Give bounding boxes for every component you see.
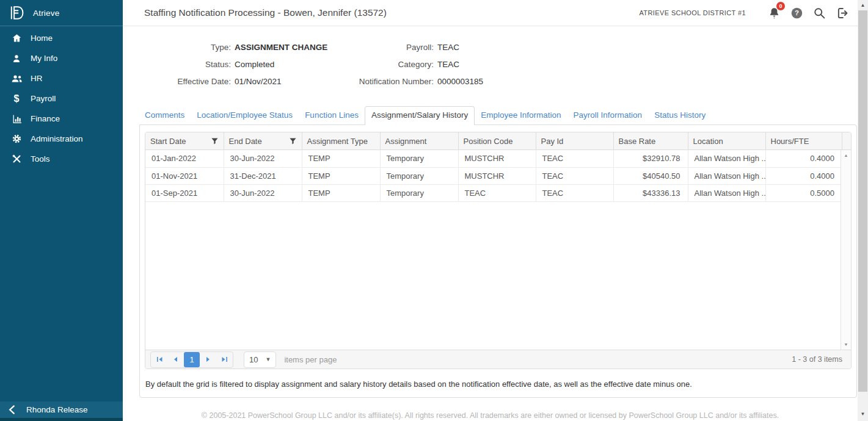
- svg-text:?: ?: [795, 9, 799, 16]
- detail-label: Notification Number:: [353, 77, 434, 86]
- sidebar-item-payroll[interactable]: $ Payroll: [0, 88, 123, 109]
- search-icon: [813, 7, 826, 20]
- items-per-page-label: items per page: [284, 355, 337, 364]
- table-row[interactable]: 01-Jan-202230-Jun-2022TEMPTemporaryMUSTC…: [145, 150, 842, 167]
- notifications-button[interactable]: 0: [768, 6, 781, 20]
- scroll-down-icon[interactable]: ▼: [841, 342, 851, 347]
- sidebar-item-administration[interactable]: Administration: [0, 129, 123, 149]
- column-header-hours-fte[interactable]: Hours/FTE: [765, 132, 842, 149]
- column-header-location[interactable]: Location: [688, 132, 765, 149]
- release-toggle[interactable]: Rhonda Release: [0, 401, 123, 418]
- previous-page-button[interactable]: [167, 352, 183, 367]
- chevron-down-icon: ▼: [265, 356, 271, 362]
- column-header-start-date[interactable]: Start Date: [145, 132, 224, 149]
- grid-pager: 1 10 ▼ items per page 1 - 3 of 3 items: [145, 350, 851, 369]
- powerschool-logo-icon: [9, 5, 33, 21]
- column-header-spacer: [842, 132, 852, 149]
- tab-location-employee-status[interactable]: Location/Employee Status: [191, 107, 299, 124]
- notification-badge: 0: [776, 2, 785, 10]
- district-name: ATRIEVE SCHOOL DISTRICT #1: [639, 9, 746, 16]
- sidebar-item-label: Home: [31, 34, 53, 43]
- detail-value-type: ASSIGNMENT CHANGE: [235, 43, 327, 52]
- notification-details: Type: ASSIGNMENT CHANGE Status: Complete…: [144, 43, 858, 94]
- help-button[interactable]: ?: [790, 7, 803, 20]
- column-header-position-code[interactable]: Position Code: [458, 132, 536, 149]
- chevron-left-icon: [8, 405, 26, 414]
- sidebar-item-home[interactable]: Home: [0, 28, 123, 48]
- current-page-button[interactable]: 1: [184, 352, 200, 367]
- details-left: Type: ASSIGNMENT CHANGE Status: Complete…: [144, 43, 353, 94]
- sidebar-item-my-info[interactable]: My Info: [0, 48, 123, 68]
- detail-label: Status:: [144, 60, 231, 69]
- page-size-select[interactable]: 10 ▼: [244, 351, 276, 368]
- sidebar-item-label: HR: [31, 74, 43, 83]
- sign-out-button[interactable]: [836, 7, 849, 20]
- sidebar-item-label: Finance: [31, 114, 60, 123]
- detail-value-effective-date: 01/Nov/2021: [235, 77, 282, 86]
- column-header-base-rate[interactable]: Base Rate: [613, 132, 688, 149]
- tab-employee-information[interactable]: Employee Information: [475, 107, 567, 124]
- table-row[interactable]: 01-Nov-202131-Dec-2021TEMPTemporaryMUSTC…: [145, 167, 842, 184]
- grid-body: 01-Jan-202230-Jun-2022TEMPTemporaryMUSTC…: [145, 149, 851, 350]
- search-button[interactable]: [813, 7, 826, 20]
- scroll-up-icon[interactable]: ▲: [841, 153, 851, 157]
- scroll-up-icon[interactable]: ▲: [858, 2, 868, 8]
- tab-strip: Comments Location/Employee Status Functi…: [139, 106, 858, 124]
- page-size-value: 10: [249, 355, 258, 364]
- topbar-actions: ATRIEVE SCHOOL DISTRICT #1 0 ?: [639, 6, 849, 20]
- main-area: Staffing Notification Processing - Bowen…: [123, 0, 858, 421]
- last-page-button[interactable]: [216, 352, 232, 367]
- sidebar: Atrieve Home My Info HR $ Payroll: [0, 0, 123, 421]
- sidebar-nav: Home My Info HR $ Payroll Finance: [0, 26, 123, 169]
- next-page-button[interactable]: [200, 352, 216, 367]
- gear-icon: [9, 134, 24, 144]
- sign-out-icon: [836, 7, 849, 20]
- detail-label: Effective Date:: [144, 77, 231, 86]
- column-header-assignment-type[interactable]: Assignment Type: [302, 132, 380, 149]
- release-label: Rhonda Release: [26, 405, 88, 414]
- bar-chart-icon: [9, 113, 24, 124]
- detail-value-category: TEAC: [437, 60, 459, 69]
- column-header-end-date[interactable]: End Date: [224, 132, 302, 149]
- filter-icon[interactable]: [211, 137, 219, 145]
- details-right: Payroll: TEAC Category: TEAC Notificatio…: [353, 43, 483, 94]
- scrollbar-thumb[interactable]: [858, 10, 867, 392]
- scroll-down-icon[interactable]: ▼: [858, 411, 868, 417]
- brand-logo-row[interactable]: Atrieve: [0, 0, 123, 26]
- grid-header: Start Date End Date: [145, 132, 851, 149]
- sidebar-spacer: [0, 169, 123, 401]
- grid-filter-note: By default the grid is filtered to displ…: [145, 380, 852, 389]
- brand-name: Atrieve: [33, 9, 59, 18]
- column-header-pay-id[interactable]: Pay Id: [536, 132, 613, 149]
- wrench-icon: [9, 154, 24, 164]
- sidebar-item-finance[interactable]: Finance: [0, 109, 123, 129]
- user-icon: [9, 54, 24, 63]
- help-icon: ?: [790, 7, 803, 20]
- tab-panel: Start Date End Date: [139, 124, 857, 398]
- tab-assignment-salary-history[interactable]: Assignment/Salary History: [365, 106, 475, 125]
- sidebar-item-label: Tools: [31, 154, 50, 164]
- column-header-assignment[interactable]: Assignment: [380, 132, 458, 149]
- sidebar-bottom-strip: [0, 418, 123, 421]
- detail-value-status: Completed: [235, 60, 274, 69]
- first-page-button[interactable]: [151, 352, 167, 367]
- detail-label: Category:: [353, 60, 434, 69]
- grid-scrollbar[interactable]: ▲ ▼: [841, 150, 851, 350]
- page-scrollbar[interactable]: ▲ ▼: [858, 0, 868, 421]
- pager-range: 1 - 3 of 3 items: [792, 355, 842, 364]
- table-row[interactable]: 01-Sep-202130-Jun-2022TEMPTemporaryTEACT…: [145, 184, 842, 201]
- content: Type: ASSIGNMENT CHANGE Status: Complete…: [123, 26, 858, 398]
- filter-icon[interactable]: [289, 137, 297, 145]
- assignment-history-grid: Start Date End Date: [145, 132, 852, 369]
- tab-function-lines[interactable]: Function Lines: [299, 107, 365, 124]
- detail-value-notification-number: 0000003185: [437, 77, 483, 86]
- sidebar-item-tools[interactable]: Tools: [0, 149, 123, 169]
- sidebar-item-label: Payroll: [31, 94, 56, 103]
- tab-status-history[interactable]: Status History: [648, 107, 712, 124]
- sidebar-item-hr[interactable]: HR: [0, 68, 123, 88]
- users-icon: [9, 73, 24, 84]
- tab-comments[interactable]: Comments: [139, 107, 191, 124]
- tab-payroll-information[interactable]: Payroll Information: [567, 107, 649, 124]
- detail-label: Type:: [144, 43, 231, 52]
- detail-label: Payroll:: [353, 43, 434, 52]
